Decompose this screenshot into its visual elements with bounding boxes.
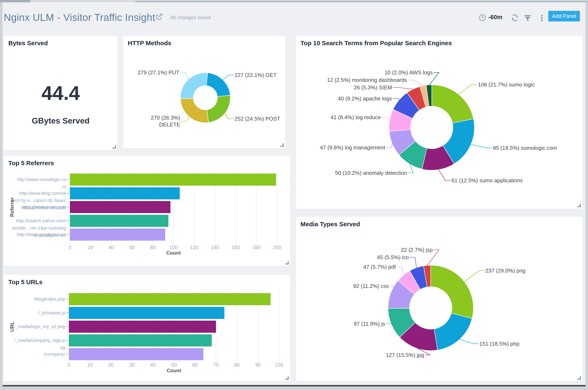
bar--media-logo-my-v2-png[interactable] <box>69 321 216 333</box>
label-leader-line <box>439 169 451 180</box>
chrome-segment <box>0 0 30 2</box>
y-category-label: http://www.greylock.com <box>17 232 66 237</box>
kebab-menu-icon[interactable] <box>538 14 546 22</box>
label-leader-line <box>386 144 393 147</box>
bar--media-company-logo-png[interactable] <box>69 334 212 346</box>
label-leader-line <box>459 85 477 95</box>
panel-bytes-served: Bytes Served 44.4 GBytes Served <box>4 36 118 150</box>
slice-label: 95 (19.5%) sumologic.com <box>493 145 557 151</box>
panel-resize-handle[interactable] <box>285 261 289 264</box>
window-chrome-strip <box>0 0 588 2</box>
x-tick-label: 160 <box>232 244 240 250</box>
x-tick-label: 10 <box>87 362 93 368</box>
y-category-label: http://www.accel.com <box>23 204 66 210</box>
urls-bar-chart[interactable]: 0102030405060708090100/blog/index.php/_j… <box>4 275 290 381</box>
label-leader-line <box>223 75 234 80</box>
save-status: All changes saved <box>170 15 211 20</box>
slice-label: 127 (15.5%) jpg <box>386 352 424 358</box>
x-tick-label: 60 <box>129 244 135 250</box>
x-tick-label: 40 <box>150 362 156 368</box>
panel-resize-handle[interactable] <box>113 145 116 148</box>
x-tick-label: 20 <box>88 244 93 250</box>
slice-label: 22 (2.7%) jsp <box>401 247 433 253</box>
y-category-label: /company/ <box>44 351 65 357</box>
clock-icon[interactable] <box>479 14 486 21</box>
bar--js-master-js[interactable] <box>69 307 224 319</box>
slice-png[interactable] <box>431 265 473 319</box>
chrome-tab <box>30 0 135 2</box>
slice-delete[interactable] <box>180 98 208 123</box>
panel-resize-handle[interactable] <box>577 204 581 207</box>
bar--blog-index-php[interactable] <box>69 293 271 305</box>
x-tick-label: 0 <box>69 244 71 250</box>
slice-label: 12 (2.5%) monitoring dashboards <box>327 77 407 83</box>
label-leader-line <box>471 144 492 148</box>
label-leader-line <box>393 88 413 89</box>
panel-resize-handle[interactable] <box>285 376 289 380</box>
window-bottom-edge <box>2 385 586 387</box>
label-leader-line <box>396 267 403 275</box>
y-axis-title: URL <box>9 321 15 332</box>
time-range-selector[interactable]: -60m <box>488 14 503 21</box>
http-methods-donut-chart[interactable]: 227 (22.1%) GET252 (24.5%) POST270 (26.3… <box>123 36 285 148</box>
dashboard-root: Nginx ULM - Visitor Traffic Insight All … <box>0 0 588 390</box>
share-icon[interactable] <box>156 13 163 20</box>
bytes-served-unit-label: GBytes Served <box>4 116 118 126</box>
bar-http-search-yahoo-com-mobile-rst-1-p-sum[interactable] <box>70 215 168 227</box>
x-tick-label: 50 <box>171 362 177 368</box>
bar-http-www-bing-com-search-q-s-c-src-ie-se[interactable] <box>70 187 180 199</box>
slice-label: 40 (8.2%) apache logs <box>338 96 392 102</box>
slice-label: 45 (5.5%) ico <box>377 254 409 260</box>
filter-icon[interactable] <box>523 14 532 22</box>
panel-resize-handle[interactable] <box>577 376 581 380</box>
label-leader-line <box>225 113 234 119</box>
slice-label: 50 (10.2%) anomaly detection <box>335 170 407 176</box>
refresh-icon[interactable] <box>510 13 519 22</box>
slice-label: 237 (29.0%) png <box>485 267 525 274</box>
slice-label: 151 (18.5%) php <box>479 341 519 347</box>
slice-label: 61 (12.5%) sumo applications <box>452 177 523 184</box>
add-panel-button[interactable]: Add Panel <box>548 11 580 21</box>
x-tick-label: 100 <box>169 244 178 250</box>
x-tick-label: 90 <box>255 362 261 368</box>
label-leader-line <box>181 117 190 121</box>
panel-top-urls: Top 5 URLs 0102030405060708090100/blog/i… <box>4 275 290 381</box>
slice-label: 106 (21.7%) sumo logic <box>478 82 535 88</box>
y-category-label: http://www.sumologic.com <box>17 177 66 189</box>
y-category-label: /_media/logo_my_v2.png <box>14 324 65 329</box>
slice-sumo-logic[interactable] <box>432 85 473 123</box>
x-tick-label: 180 <box>252 244 261 250</box>
y-category-label: /_media/company_logo.png <box>14 338 65 350</box>
media-types-donut-chart[interactable]: 237 (29.0%) png151 (18.5%) php127 (15.5%… <box>296 217 582 381</box>
slice-post[interactable] <box>207 95 230 123</box>
dashboard-title: Nginx ULM - Visitor Traffic Insight <box>4 12 155 23</box>
x-axis-title: Count <box>167 368 181 373</box>
label-leader-line <box>393 98 399 100</box>
bar-http-www-sumologic-com[interactable] <box>70 174 276 186</box>
bar-http-www-accel-com[interactable] <box>70 201 170 213</box>
x-tick-label: 80 <box>234 362 240 368</box>
label-leader-line <box>410 257 417 268</box>
search-terms-donut-chart[interactable]: 106 (21.7%) sumo logic95 (19.5%) sumolog… <box>296 36 582 209</box>
label-leader-line <box>180 72 188 80</box>
panel-resize-handle[interactable] <box>280 143 284 147</box>
x-tick-label: 70 <box>213 362 219 368</box>
x-tick-label: 100 <box>275 362 283 368</box>
slice-label: 227 (22.1%) GET <box>235 72 276 78</box>
bytes-served-value: 44.4 <box>4 83 118 103</box>
x-tick-label: 140 <box>211 244 219 250</box>
slice-label: 97 (11.9%) js <box>354 321 385 327</box>
slice-put[interactable] <box>180 73 207 99</box>
x-tick-label: 20 <box>108 362 114 368</box>
label-leader-line <box>382 117 390 120</box>
slice-php[interactable] <box>434 313 472 350</box>
y-category-label: /_js/master.js <box>39 310 65 315</box>
bar-http-www-greylock-com[interactable] <box>70 229 165 241</box>
slice-label: 47 (5.7%) pdf <box>363 264 396 270</box>
label-leader-line <box>408 80 423 86</box>
bar--company-[interactable] <box>69 348 203 360</box>
panel-search-terms: Top 10 Search Terms from Popular Search … <box>296 36 582 209</box>
panel-media-types: Media Types Served 237 (29.0%) png151 (1… <box>296 217 582 381</box>
x-tick-label: 120 <box>190 244 198 250</box>
referrers-bar-chart[interactable]: 020406080100120140160180200http://www.su… <box>4 156 290 266</box>
